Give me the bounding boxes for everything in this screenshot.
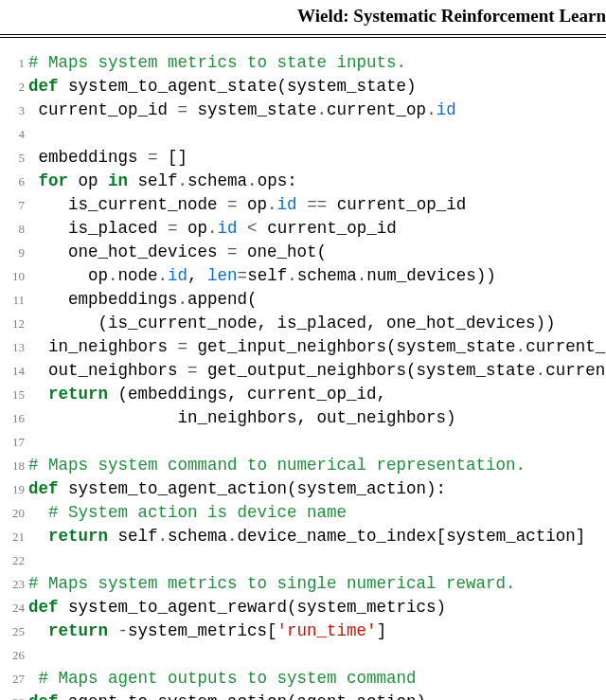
line-number: 19	[0, 478, 25, 501]
code-text: embeddings = []	[28, 146, 187, 169]
code-text: return -system_metrics['run_time']	[28, 619, 386, 642]
page-title: Wield: Systematic Reinforcement Learn	[0, 0, 606, 30]
line-number: 27	[0, 668, 25, 691]
code-text: in_neighbors = get_input_neighbors(syste…	[28, 335, 606, 358]
divider	[0, 37, 606, 38]
code-line: 10 op.node.id, len=self.schema.num_devic…	[0, 264, 600, 288]
line-number: 24	[0, 597, 25, 619]
code-text: is_placed = op.id < current_op_id	[28, 217, 397, 240]
line-number: 1	[0, 52, 25, 75]
code-line: 27 # Maps agent outputs to system comman…	[0, 667, 600, 691]
line-number: 25	[0, 620, 25, 643]
line-number: 13	[0, 336, 25, 359]
code-text: for op in self.schema.ops:	[28, 170, 297, 192]
code-text: # Maps system metrics to single numerica…	[28, 572, 516, 595]
code-text	[28, 548, 39, 571]
code-text: (is_current_node, is_placed, one_hot_dev…	[28, 312, 556, 334]
code-text: return (embeddings, current_op_id,	[28, 383, 386, 405]
code-text: # Maps system metrics to state inputs.	[28, 51, 406, 74]
code-text	[28, 643, 39, 666]
code-line: 2def system_to_agent_state(system_state)	[0, 75, 600, 99]
code-line: 3 current_op_id = system_state.current_o…	[0, 99, 600, 122]
line-number: 5	[0, 147, 25, 170]
code-line: 24def system_to_agent_reward(system_metr…	[0, 596, 600, 619]
line-number: 18	[0, 455, 25, 477]
code-line: 28def agent_to_system_action(agent_actio…	[0, 691, 600, 700]
code-line: 22	[0, 548, 600, 572]
divider	[0, 34, 606, 35]
code-line: 13 in_neighbors = get_input_neighbors(sy…	[0, 335, 600, 359]
code-line: 1# Maps system metrics to state inputs.	[0, 51, 600, 75]
code-text: def agent_to_system_action(agent_action)	[28, 691, 426, 700]
code-text: # System action is device name	[28, 501, 347, 524]
code-line: 18# Maps system command to numerical rep…	[0, 454, 600, 477]
line-number: 14	[0, 360, 25, 383]
code-text: def system_to_agent_action(system_action…	[28, 477, 446, 500]
code-text: is_current_node = op.id == current_op_id	[28, 193, 466, 216]
code-text: one_hot_devices = one_hot(	[28, 241, 327, 263]
code-text: # Maps system command to numerical repre…	[28, 454, 526, 476]
code-line: 17	[0, 430, 600, 454]
line-number: 9	[0, 242, 25, 264]
code-text	[28, 122, 39, 145]
code-text: def system_to_agent_state(system_state)	[28, 75, 417, 98]
code-line: 19def system_to_agent_action(system_acti…	[0, 477, 600, 501]
line-number: 6	[0, 171, 25, 193]
line-number: 12	[0, 313, 25, 335]
line-number: 10	[0, 265, 25, 288]
line-number: 22	[0, 549, 25, 572]
code-text: # Maps agent outputs to system command	[28, 667, 417, 690]
code-listing: 1# Maps system metrics to state inputs.2…	[0, 51, 606, 700]
code-text: empbeddings.append(	[28, 288, 258, 311]
line-number: 28	[0, 691, 25, 700]
line-number: 7	[0, 194, 25, 217]
line-number: 3	[0, 99, 25, 122]
code-text: def system_to_agent_reward(system_metric…	[28, 596, 446, 619]
code-line: 7 is_current_node = op.id == current_op_…	[0, 193, 600, 217]
code-text: return self.schema.device_name_to_index[…	[28, 525, 585, 547]
code-line: 9 one_hot_devices = one_hot(	[0, 241, 600, 264]
line-number: 20	[0, 502, 25, 525]
code-text: current_op_id = system_state.current_op.…	[28, 99, 456, 121]
line-number: 17	[0, 431, 25, 454]
line-number: 21	[0, 526, 25, 548]
code-line: 20 # System action is device name	[0, 501, 600, 525]
line-number: 26	[0, 644, 25, 667]
line-number: 16	[0, 407, 25, 430]
code-text: op.node.id, len=self.schema.num_devices)…	[28, 264, 496, 287]
code-line: 8 is_placed = op.id < current_op_id	[0, 217, 600, 241]
code-line: 15 return (embeddings, current_op_id,	[0, 383, 600, 406]
line-number: 11	[0, 289, 25, 312]
code-line: 5 embeddings = []	[0, 146, 600, 170]
code-line: 12 (is_current_node, is_placed, one_hot_…	[0, 312, 600, 335]
code-text: out_neighbors = get_output_neighbors(sys…	[28, 359, 606, 382]
code-text: in_neighbors, out_neighbors)	[28, 406, 456, 429]
line-number: 2	[0, 76, 25, 99]
line-number: 4	[0, 123, 25, 146]
code-line: 11 empbeddings.append(	[0, 288, 600, 312]
code-line: 6 for op in self.schema.ops:	[0, 170, 600, 193]
code-line: 25 return -system_metrics['run_time']	[0, 619, 600, 643]
code-line: 21 return self.schema.device_name_to_ind…	[0, 525, 600, 548]
line-number: 23	[0, 573, 25, 596]
code-line: 26	[0, 643, 600, 667]
code-line: 23# Maps system metrics to single numeri…	[0, 572, 600, 596]
code-line: 14 out_neighbors = get_output_neighbors(…	[0, 359, 600, 383]
line-number: 15	[0, 384, 25, 406]
code-line: 4	[0, 122, 600, 146]
line-number: 8	[0, 218, 25, 241]
code-line: 16 in_neighbors, out_neighbors)	[0, 406, 600, 430]
code-text	[28, 430, 39, 453]
